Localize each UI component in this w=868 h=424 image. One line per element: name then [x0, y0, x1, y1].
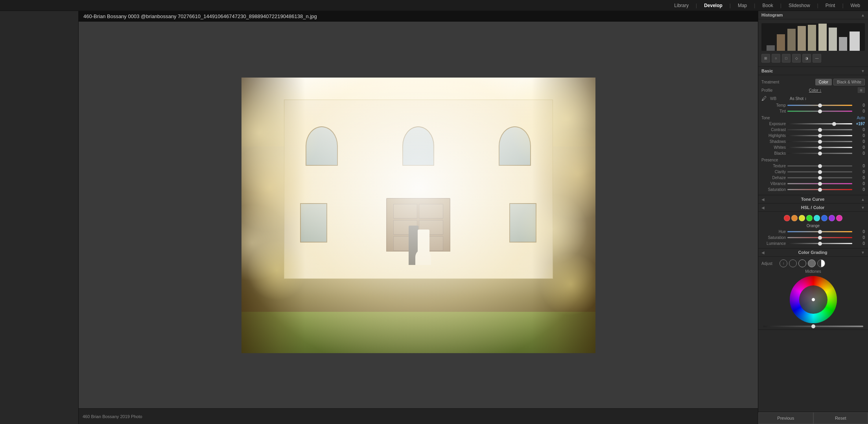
bw-button[interactable]: Black & White [833, 79, 865, 85]
color-dot-blue[interactable] [821, 215, 827, 221]
vibrance-slider-row: Vibrance 0 [761, 181, 865, 187]
dehaze-value: 0 [854, 176, 865, 180]
adjust-midtones-circle[interactable] [798, 259, 806, 267]
color-dot-magenta[interactable] [836, 215, 842, 221]
hue-slider-row: Hue 0 [761, 229, 865, 235]
midtones-label: Midtones [761, 268, 865, 274]
tool-slider-icon[interactable]: — [813, 54, 821, 63]
dehaze-slider-row: Dehaze 0 [761, 175, 865, 181]
luminance-track[interactable] [787, 243, 852, 244]
nav-print[interactable]: Print [826, 3, 835, 8]
auto-button[interactable]: Auto [857, 116, 865, 120]
nav-map[interactable]: Map [738, 3, 747, 8]
exposure-track[interactable] [787, 123, 852, 124]
clarity-label: Clarity [761, 170, 786, 174]
temp-track[interactable] [787, 105, 852, 106]
hsl-saturation-track[interactable] [787, 237, 852, 238]
contrast-track[interactable] [787, 129, 852, 130]
basic-title: Basic [761, 69, 773, 73]
luminance-thumb[interactable] [818, 242, 822, 246]
color-dot-green[interactable] [806, 215, 813, 221]
tool-circle-icon[interactable]: ○ [772, 54, 780, 63]
photo-tree-left [241, 78, 305, 353]
vibrance-track[interactable] [787, 183, 852, 184]
nav-book[interactable]: Book [762, 3, 773, 8]
tool-diamond-icon[interactable]: ◇ [792, 54, 801, 63]
adjust-all-icon[interactable]: ⁝ [780, 259, 787, 267]
bottom-bar: 460 Brian Bossany 2019 Photo [79, 408, 758, 424]
reset-button[interactable]: Reset [813, 412, 868, 424]
color-grading-arrow: ▼ [861, 250, 865, 255]
vibrance-thumb[interactable] [818, 182, 822, 186]
shadows-thumb[interactable] [818, 140, 822, 144]
exposure-thumb[interactable] [832, 122, 836, 126]
eyedropper-icon[interactable]: 🖊 [761, 95, 768, 102]
tint-label: Tint [761, 109, 786, 113]
color-button[interactable]: Color [815, 79, 832, 85]
adjust-split-circle[interactable] [817, 259, 825, 267]
tool-square-icon[interactable]: □ [782, 54, 791, 63]
color-dot-orange[interactable] [791, 215, 798, 221]
color-dot-aqua[interactable] [814, 215, 820, 221]
image-container[interactable] [79, 11, 758, 408]
histogram-header[interactable]: Histogram ▲ [758, 11, 868, 19]
saturation-slider-row: Saturation 0 [761, 187, 865, 193]
color-grading-header[interactable]: ◀ Color Grading ▼ [758, 248, 868, 257]
bottom-bar-text: 460 Brian Bossany 2019 Photo [83, 414, 142, 419]
saturation-track[interactable] [787, 189, 852, 190]
color-grading-title: Color Grading [798, 250, 827, 255]
color-wheel[interactable] [790, 276, 837, 323]
dehaze-thumb[interactable] [818, 176, 822, 180]
center-area: 460-Brian Bossany 0003 @brianbossany 702… [79, 11, 758, 424]
tool-gradient-icon[interactable]: ◑ [802, 54, 811, 63]
hue-track[interactable] [787, 231, 852, 232]
adjust-row: Adjust ⁝ [761, 258, 865, 268]
highlights-track[interactable] [787, 135, 852, 136]
profile-value[interactable]: Color ↕ [809, 88, 822, 93]
shadows-track[interactable] [787, 141, 852, 142]
adjust-shadows-circle[interactable] [789, 259, 797, 267]
whites-track[interactable] [787, 147, 852, 148]
clarity-thumb[interactable] [818, 170, 822, 174]
nav-slideshow[interactable]: Slideshow [789, 3, 810, 8]
cg-luminance-thumb[interactable] [811, 324, 815, 328]
color-dot-red[interactable] [784, 215, 790, 221]
wb-value[interactable]: As Shot ↕ [790, 96, 807, 101]
nav-web[interactable]: Web [851, 3, 860, 8]
color-dot-yellow[interactable] [799, 215, 805, 221]
hist-bar-7 [829, 28, 837, 51]
previous-button[interactable]: Previous [758, 412, 813, 424]
basic-header[interactable]: Basic ▼ [758, 67, 868, 75]
whites-thumb[interactable] [818, 146, 822, 150]
blacks-track[interactable] [787, 153, 852, 154]
contrast-thumb[interactable] [818, 128, 822, 132]
dehaze-track[interactable] [787, 177, 852, 178]
hist-bar-4 [798, 26, 806, 51]
tool-grid-icon[interactable]: ⊞ [761, 54, 770, 63]
cg-luminance-track[interactable] [763, 326, 863, 327]
highlights-thumb[interactable] [818, 134, 822, 138]
highlights-slider-row: Highlights 0 [761, 133, 865, 139]
blacks-slider-row: Blacks 0 [761, 150, 865, 156]
hue-thumb[interactable] [818, 230, 822, 234]
wedding-photo [241, 78, 595, 353]
photo-tree-right [532, 78, 595, 353]
profile-grid-button[interactable]: ⊞ [858, 87, 865, 93]
tint-thumb[interactable] [818, 109, 822, 113]
saturation-thumb[interactable] [818, 188, 822, 192]
clarity-track[interactable] [787, 171, 852, 172]
tint-track[interactable] [787, 111, 852, 112]
whites-value: 0 [854, 145, 865, 150]
temp-thumb[interactable] [818, 104, 822, 107]
nav-library[interactable]: Library [674, 3, 689, 8]
hsl-header[interactable]: ◀ HSL / Color ▼ [758, 204, 868, 212]
color-wheel-dot[interactable] [811, 298, 815, 302]
nav-develop[interactable]: Develop [704, 3, 722, 8]
adjust-highlights-circle[interactable] [808, 259, 816, 267]
hsl-saturation-thumb[interactable] [818, 236, 822, 240]
blacks-thumb[interactable] [818, 152, 822, 156]
color-dot-purple[interactable] [829, 215, 835, 221]
texture-thumb[interactable] [818, 164, 822, 168]
tone-curve-header[interactable]: ◀ Tone Curve ▲ [758, 195, 868, 204]
texture-track[interactable] [787, 165, 852, 167]
